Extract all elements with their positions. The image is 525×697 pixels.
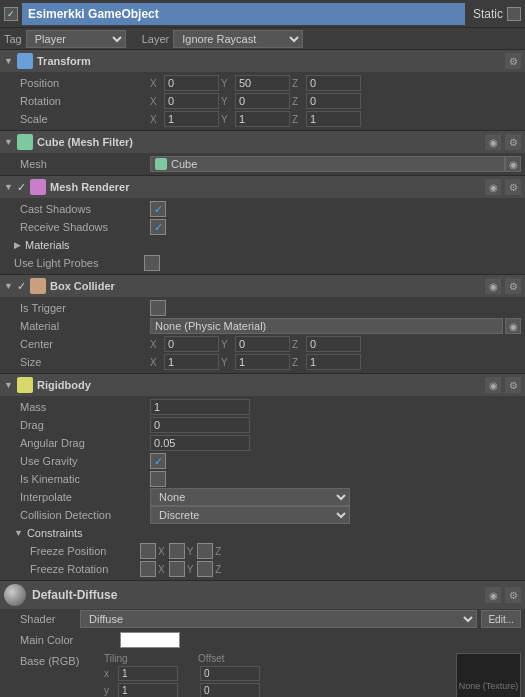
main-color-swatch[interactable] (120, 632, 180, 648)
ctr-z-input[interactable] (306, 336, 361, 352)
scl-x-input[interactable] (164, 111, 219, 127)
freeze-rot-x-checkbox[interactable] (140, 561, 156, 577)
materials-foldout-icon: ▶ (14, 240, 21, 250)
freeze-rot-z-checkbox[interactable] (197, 561, 213, 577)
angular-drag-input[interactable] (150, 435, 250, 451)
offset-y-input[interactable] (200, 683, 260, 697)
scl-z-input[interactable] (306, 111, 361, 127)
freeze-pos-z-checkbox[interactable] (197, 543, 213, 559)
ctr-y-input[interactable] (235, 336, 290, 352)
center-label: Center (20, 338, 150, 350)
gameobject-name-input[interactable] (22, 3, 465, 25)
tag-label: Tag (4, 33, 22, 45)
freeze-pos-y-label: Y (187, 546, 194, 557)
mesh-renderer-settings-icon[interactable]: ⚙ (505, 179, 521, 195)
freeze-rot-x-group: X (140, 561, 165, 577)
sz-z-input[interactable] (306, 354, 361, 370)
use-gravity-checkbox[interactable] (150, 453, 166, 469)
transform-foldout-icon: ▼ (4, 56, 14, 66)
collider-material-label: Material (20, 320, 150, 332)
mesh-filter-body: Mesh Cube ◉ (0, 153, 525, 175)
transform-header[interactable]: ▼ Transform ⚙ (0, 50, 525, 72)
texture-preview[interactable]: None (Texture) (456, 653, 521, 697)
tiling-offset-area: Tiling Offset x y (104, 653, 452, 697)
constraints-foldout-icon: ▼ (14, 528, 23, 538)
mesh-filter-icon (17, 134, 33, 150)
gameobject-active-toggle[interactable]: ✓ (4, 7, 18, 21)
pos-y-input[interactable] (235, 75, 290, 91)
layer-dropdown[interactable]: Ignore Raycast (173, 30, 303, 48)
use-gravity-row: Use Gravity (0, 452, 525, 470)
y-axis-label: y (104, 685, 116, 696)
box-collider-header[interactable]: ▼ ✓ Box Collider ◉ ⚙ (0, 275, 525, 297)
collision-detection-select[interactable]: Discrete (150, 506, 350, 524)
offset-x-input[interactable] (200, 666, 260, 681)
freeze-position-label: Freeze Position (30, 545, 140, 557)
tiling-offset-header: Tiling Offset (104, 653, 452, 664)
transform-settings-icon[interactable]: ⚙ (505, 53, 521, 69)
layer-label: Layer (142, 33, 170, 45)
rot-x-input[interactable] (164, 93, 219, 109)
static-checkbox[interactable] (507, 7, 521, 21)
material-header[interactable]: Default-Diffuse ◉ ⚙ (0, 581, 525, 609)
rot-y-input[interactable] (235, 93, 290, 109)
tile-x-input[interactable] (118, 666, 178, 681)
mass-input[interactable] (150, 399, 250, 415)
use-light-probes-checkbox[interactable] (144, 255, 160, 271)
mesh-renderer-header[interactable]: ▼ ✓ Mesh Renderer ◉ ⚙ (0, 176, 525, 198)
interpolate-row: Interpolate None (0, 488, 525, 506)
rot-z-input[interactable] (306, 93, 361, 109)
x-axis-label: x (104, 668, 116, 679)
scl-y-input[interactable] (235, 111, 290, 127)
mesh-select-button[interactable]: ◉ (505, 156, 521, 172)
ctr-x-input[interactable] (164, 336, 219, 352)
rigidbody-ref-icon[interactable]: ◉ (485, 377, 501, 393)
mesh-value-display: Cube (150, 156, 505, 172)
material-settings-icon[interactable]: ⚙ (505, 587, 521, 603)
freeze-rot-x-label: X (158, 564, 165, 575)
physic-material-select-button[interactable]: ◉ (505, 318, 521, 334)
mass-label: Mass (20, 401, 150, 413)
main-color-label: Main Color (20, 634, 120, 646)
materials-row[interactable]: ▶ Materials (0, 236, 525, 254)
cast-shadows-row: Cast Shadows (0, 200, 525, 218)
cast-shadows-checkbox[interactable] (150, 201, 166, 217)
freeze-pos-y-checkbox[interactable] (169, 543, 185, 559)
constraints-row[interactable]: ▼ Constraints (0, 524, 525, 542)
mesh-filter-settings-icon[interactable]: ⚙ (505, 134, 521, 150)
mesh-filter-ref-icon[interactable]: ◉ (485, 134, 501, 150)
mesh-filter-header[interactable]: ▼ Cube (Mesh Filter) ◉ ⚙ (0, 131, 525, 153)
shader-label: Shader (20, 613, 80, 625)
freeze-rot-y-checkbox[interactable] (169, 561, 185, 577)
rigidbody-settings-icon[interactable]: ⚙ (505, 377, 521, 393)
pos-z-input[interactable] (306, 75, 361, 91)
drag-input[interactable] (150, 417, 250, 433)
freeze-pos-x-checkbox[interactable] (140, 543, 156, 559)
material-ref-icon[interactable]: ◉ (485, 587, 501, 603)
mesh-renderer-active-toggle[interactable]: ✓ (17, 181, 26, 194)
shader-select[interactable]: Diffuse (80, 610, 477, 628)
box-collider-settings-icon[interactable]: ⚙ (505, 278, 521, 294)
transform-section: ▼ Transform ⚙ Position X Y Z Rotation X … (0, 50, 525, 131)
sz-y-input[interactable] (235, 354, 290, 370)
constraints-label: Constraints (27, 527, 83, 539)
mesh-renderer-ref-icon[interactable]: ◉ (485, 179, 501, 195)
freeze-position-row: Freeze Position X Y Z (0, 542, 525, 560)
rigidbody-header[interactable]: ▼ Rigidbody ◉ ⚙ (0, 374, 525, 396)
box-collider-active-toggle[interactable]: ✓ (17, 280, 26, 293)
receive-shadows-label: Receive Shadows (20, 221, 150, 233)
transform-body: Position X Y Z Rotation X Y Z Scale (0, 72, 525, 130)
is-kinematic-checkbox[interactable] (150, 471, 166, 487)
rot-x-label: X (150, 96, 162, 107)
tag-dropdown[interactable]: Player (26, 30, 126, 48)
sz-x-input[interactable] (164, 354, 219, 370)
box-collider-ref-icon[interactable]: ◉ (485, 278, 501, 294)
interpolate-select[interactable]: None (150, 488, 350, 506)
y-tiling-offset-row: y (104, 683, 452, 697)
pos-x-input[interactable] (164, 75, 219, 91)
is-trigger-checkbox[interactable] (150, 300, 166, 316)
tile-y-input[interactable] (118, 683, 178, 697)
receive-shadows-checkbox[interactable] (150, 219, 166, 235)
shader-edit-button[interactable]: Edit... (481, 610, 521, 628)
texture-area: Tiling Offset x y (104, 653, 521, 697)
